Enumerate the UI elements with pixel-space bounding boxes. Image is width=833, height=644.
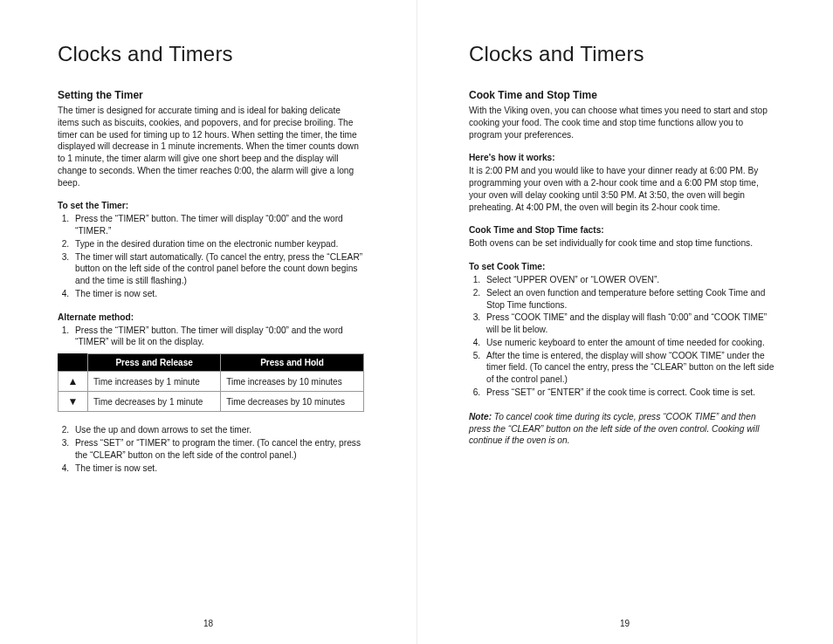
list-item: After the time is entered, the display w… (483, 350, 775, 386)
set-cook-time-steps: Select “UPPER OVEN” or “LOWER OVEN”. Sel… (469, 274, 775, 399)
table-cell: Time decreases by 1 minute (88, 392, 221, 412)
table-cell: Time increases by 10 minutes (221, 372, 364, 392)
alternate-method-label: Alternate method: (58, 312, 364, 322)
alternate-step-1: Press the “TIMER” button. The timer will… (58, 325, 364, 349)
note-label: Note: (469, 412, 492, 421)
section-heading-cook-time: Cook Time and Stop Time (469, 89, 775, 101)
list-item: The timer is now set. (72, 462, 364, 475)
arrow-table: Press and Release Press and Hold ▲ Time … (58, 353, 364, 412)
list-item: Press “SET” or “ENTER” if the cook time … (483, 387, 775, 399)
list-item: Press “COOK TIME” and the display will f… (483, 312, 775, 336)
set-timer-steps: Press the “TIMER” button. The timer will… (58, 213, 364, 299)
intro-paragraph: The timer is designed for accurate timin… (58, 105, 364, 188)
table-header-press-release: Press and Release (88, 354, 221, 372)
how-it-works-text: It is 2:00 PM and you would like to have… (469, 165, 775, 213)
table-row: ▲ Time increases by 1 minute Time increa… (59, 372, 364, 392)
list-item: Press the “TIMER” button. The timer will… (72, 325, 364, 349)
list-item: The timer is now set. (72, 288, 364, 300)
list-item: The timer will start automatically. (To … (72, 251, 364, 287)
page-number-right: 19 (416, 619, 833, 628)
facts-label: Cook Time and Stop Time facts: (469, 225, 775, 235)
page-number-left: 18 (0, 619, 416, 628)
table-header-blank (59, 354, 88, 372)
up-arrow-icon: ▲ (59, 372, 88, 392)
page-title: Clocks and Timers (58, 42, 364, 66)
how-it-works-label: Here's how it works: (469, 153, 775, 162)
page-spread: Clocks and Timers Setting the Timer The … (0, 0, 833, 644)
list-item: Use numeric keyboard to enter the amount… (483, 337, 775, 349)
page-right: Clocks and Timers Cook Time and Stop Tim… (416, 0, 833, 644)
list-item: Select an oven function and temperature … (483, 287, 775, 312)
section-heading-setting-timer: Setting the Timer (58, 89, 364, 101)
page-gutter (416, 0, 417, 644)
table-header-press-hold: Press and Hold (221, 354, 364, 372)
list-item: Select “UPPER OVEN” or “LOWER OVEN”. (483, 274, 775, 286)
intro-paragraph: With the Viking oven, you can choose wha… (469, 105, 775, 140)
list-item: Type in the desired duration time on the… (72, 238, 364, 250)
list-item: Press the “TIMER” button. The timer will… (72, 213, 364, 237)
table-cell: Time increases by 1 minute (88, 372, 221, 392)
table-row: ▼ Time decreases by 1 minute Time decrea… (59, 392, 364, 412)
set-cook-time-label: To set Cook Time: (469, 262, 775, 271)
facts-text: Both ovens can be set individually for c… (469, 237, 775, 250)
page-title: Clocks and Timers (469, 42, 775, 66)
alternate-steps-continued: Use the up and down arrows to set the ti… (58, 424, 364, 474)
table-cell: Time decreases by 10 minutes (221, 392, 364, 412)
to-set-timer-label: To set the Timer: (58, 201, 364, 210)
note: Note: To cancel cook time during its cyc… (469, 411, 775, 447)
list-item: Use the up and down arrows to set the ti… (72, 424, 364, 436)
list-item: Press “SET” or “TIMER” to program the ti… (72, 437, 364, 462)
page-left: Clocks and Timers Setting the Timer The … (0, 0, 416, 644)
down-arrow-icon: ▼ (59, 392, 88, 412)
note-body: To cancel cook time during its cycle, pr… (469, 412, 759, 446)
